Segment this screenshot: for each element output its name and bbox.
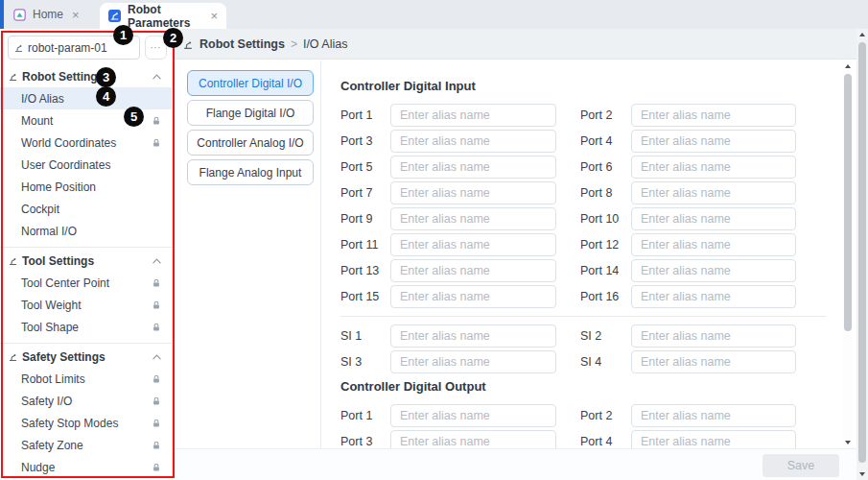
page-scroll-up-icon[interactable] bbox=[859, 33, 865, 36]
section-header-robot-settings[interactable]: Robot Settings bbox=[0, 65, 172, 87]
section-header-tool-settings[interactable]: Tool Settings bbox=[0, 250, 172, 272]
section-header-label: Tool Settings bbox=[22, 254, 94, 268]
alias-input-si-4[interactable] bbox=[631, 350, 796, 373]
alias-input-port-2[interactable] bbox=[631, 404, 796, 427]
sidebar-item-label: Home Position bbox=[21, 180, 161, 194]
sidebar-item-cockpit[interactable]: Cockpit bbox=[0, 198, 172, 220]
tab-robot-parameters[interactable]: Robot Parameters × bbox=[100, 3, 226, 29]
alias-input-port-4[interactable] bbox=[631, 430, 796, 448]
sidebar-item-i-o-alias[interactable]: I/O Alias bbox=[0, 87, 172, 109]
lock-icon bbox=[152, 396, 161, 406]
lock-icon bbox=[152, 116, 161, 126]
page-scroll-down-icon[interactable] bbox=[859, 472, 865, 476]
more-options-button[interactable]: ⋯ bbox=[145, 36, 167, 60]
port-label-port-1: Port 1 bbox=[340, 108, 372, 122]
scroll-down-icon[interactable] bbox=[845, 441, 851, 444]
alias-input-port-13[interactable] bbox=[390, 259, 556, 282]
breadcrumb-section[interactable]: Robot Settings bbox=[199, 37, 285, 51]
alias-input-si-2[interactable] bbox=[631, 324, 796, 348]
port-label-port-15: Port 15 bbox=[340, 290, 379, 303]
sidebar-item-tool-weight[interactable]: Tool Weight bbox=[0, 294, 172, 316]
port-label-si-3: SI 3 bbox=[340, 355, 362, 369]
chevron-up-icon[interactable] bbox=[152, 258, 161, 264]
tab-home-label: Home bbox=[33, 8, 63, 21]
sidebar-item-label: Mount bbox=[21, 114, 152, 128]
alias-input-port-6[interactable] bbox=[631, 156, 796, 179]
io-category-flange-digital-i-o[interactable]: Flange Digital I/O bbox=[187, 100, 314, 126]
port-label-si-1: SI 1 bbox=[340, 329, 362, 343]
sidebar-item-safety-zone[interactable]: Safety Zone bbox=[0, 434, 172, 456]
scroll-up-icon[interactable] bbox=[845, 64, 851, 68]
alias-row: SI 3SI 4 bbox=[340, 350, 827, 373]
alias-input-port-5[interactable] bbox=[390, 156, 556, 179]
io-category-controller-digital-i-o[interactable]: Controller Digital I/O bbox=[187, 70, 314, 96]
breadcrumb-separator: > bbox=[291, 37, 297, 51]
alias-input-port-10[interactable] bbox=[631, 207, 796, 230]
sidebar-item-safety-stop-modes[interactable]: Safety Stop Modes bbox=[0, 412, 172, 434]
lock-icon bbox=[152, 300, 161, 310]
alias-input-port-8[interactable] bbox=[631, 181, 796, 204]
sidebar-item-label: Nudge bbox=[21, 461, 152, 474]
tab-home[interactable]: Home × bbox=[13, 0, 80, 29]
alias-row: Port 5Port 6 bbox=[340, 156, 827, 179]
tab-robot-parameters-close-icon[interactable]: × bbox=[210, 9, 218, 23]
alias-input-port-7[interactable] bbox=[390, 181, 556, 204]
alias-input-port-3[interactable] bbox=[390, 130, 556, 153]
alias-input-port-14[interactable] bbox=[631, 259, 796, 282]
main-area: Robot Settings > I/O Alias Controller Di… bbox=[173, 29, 868, 480]
alias-input-port-1[interactable] bbox=[390, 404, 556, 427]
sidebar-nav: Robot SettingsI/O AliasMountWorld Coordi… bbox=[0, 65, 172, 478]
sidebar-item-label: Tool Center Point bbox=[21, 276, 152, 290]
alias-input-port-2[interactable] bbox=[631, 104, 796, 127]
page-scrollbar[interactable] bbox=[856, 29, 868, 480]
param-name-input[interactable] bbox=[28, 41, 135, 55]
sidebar-item-safety-i-o[interactable]: Safety I/O bbox=[0, 390, 172, 412]
alias-row: SI 1SI 2 bbox=[340, 324, 827, 348]
alias-row: Port 3Port 4 bbox=[340, 130, 827, 153]
save-button[interactable]: Save bbox=[762, 454, 839, 477]
section-divider bbox=[0, 343, 172, 344]
port-label-port-3: Port 3 bbox=[340, 435, 372, 448]
sidebar-item-label: Normal I/O bbox=[21, 225, 161, 238]
alias-input-port-9[interactable] bbox=[390, 207, 556, 230]
content-scrollbar[interactable] bbox=[843, 60, 853, 448]
sidebar-item-home-position[interactable]: Home Position bbox=[0, 176, 172, 198]
sidebar-item-mount[interactable]: Mount bbox=[0, 109, 172, 132]
io-category-list: Controller Digital I/OFlange Digital I/O… bbox=[187, 70, 314, 185]
alias-input-si-1[interactable] bbox=[390, 324, 556, 348]
chevron-up-icon[interactable] bbox=[152, 354, 161, 360]
alias-input-port-3[interactable] bbox=[390, 430, 556, 448]
sidebar-item-world-coordinates[interactable]: World Coordinates bbox=[0, 132, 172, 154]
sidebar-item-label: Safety Stop Modes bbox=[21, 417, 152, 430]
alias-input-port-4[interactable] bbox=[631, 130, 796, 153]
sidebar-item-nudge[interactable]: Nudge bbox=[0, 456, 172, 478]
breadcrumb: Robot Settings > I/O Alias bbox=[173, 29, 856, 60]
alias-row: Port 15Port 16 bbox=[340, 285, 827, 308]
alias-input-port-16[interactable] bbox=[631, 285, 796, 308]
tab-home-close-icon[interactable]: × bbox=[72, 8, 80, 22]
param-name-field[interactable] bbox=[8, 36, 140, 60]
alias-input-si-3[interactable] bbox=[390, 350, 556, 373]
sidebar-item-robot-limits[interactable]: Robot Limits bbox=[0, 368, 172, 390]
chevron-up-icon[interactable] bbox=[152, 74, 161, 80]
page-scrollbar-thumb[interactable] bbox=[858, 42, 866, 463]
sidebar-item-label: Cockpit bbox=[21, 203, 161, 216]
section-header-label: Safety Settings bbox=[22, 350, 106, 364]
sidebar-item-tool-shape[interactable]: Tool Shape bbox=[0, 316, 172, 338]
lock-icon bbox=[152, 374, 161, 384]
alias-input-port-15[interactable] bbox=[390, 285, 556, 308]
home-app-icon bbox=[13, 9, 26, 21]
robot-icon bbox=[8, 351, 18, 362]
robot-app-icon bbox=[108, 10, 121, 22]
sidebar-item-user-coordinates[interactable]: User Coordinates bbox=[0, 154, 172, 176]
sidebar-item-normal-i-o[interactable]: Normal I/O bbox=[0, 220, 172, 242]
io-category-flange-analog-input[interactable]: Flange Analog Input bbox=[187, 159, 314, 185]
sidebar-item-tool-center-point[interactable]: Tool Center Point bbox=[0, 272, 172, 294]
alias-input-port-1[interactable] bbox=[390, 104, 556, 127]
io-category-controller-analog-i-o[interactable]: Controller Analog I/O bbox=[187, 130, 314, 156]
alias-input-port-11[interactable] bbox=[390, 233, 556, 256]
robot-icon bbox=[13, 42, 24, 53]
alias-input-port-12[interactable] bbox=[631, 233, 796, 256]
content-scrollbar-thumb[interactable] bbox=[844, 74, 852, 331]
section-header-safety-settings[interactable]: Safety Settings bbox=[0, 346, 172, 368]
